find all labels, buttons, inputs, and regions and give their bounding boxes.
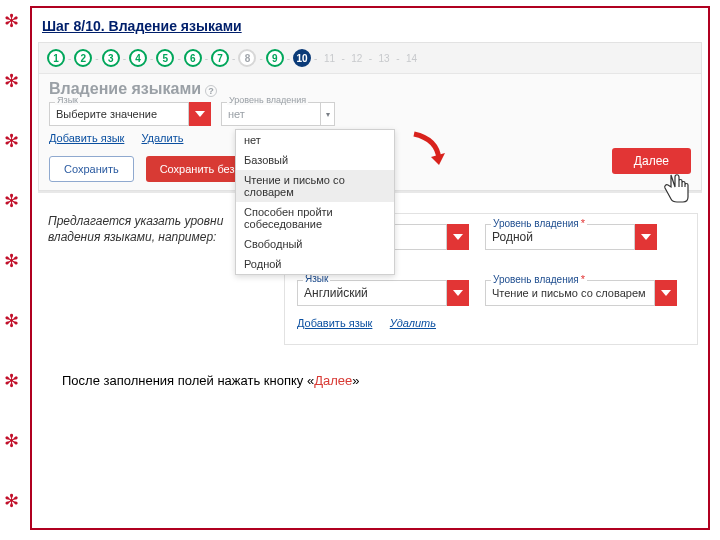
language-select[interactable]: Язык Выберите значение — [49, 102, 211, 126]
languages-panel: 1- 2- 3- 4- 5- 6- 7- 8- 9- 10- 11- 12- 1… — [38, 42, 702, 191]
step-13: 13 — [375, 49, 393, 67]
dropdown-option[interactable]: Родной — [236, 254, 394, 274]
caret-down-icon[interactable] — [189, 102, 211, 126]
step-1[interactable]: 1 — [47, 49, 65, 67]
level-value: нет — [221, 102, 321, 126]
dropdown-option[interactable]: Способен пройти собеседование — [236, 202, 394, 234]
step-8[interactable]: 8 — [238, 49, 256, 67]
delete-link[interactable]: Удалить — [390, 317, 436, 329]
footer-instruction: После заполнения полей нажать кнопку «Да… — [38, 373, 702, 388]
step-4[interactable]: 4 — [129, 49, 147, 67]
level-select[interactable]: Уровень владения нет ▾ — [221, 102, 335, 126]
instruction-note: Предлагается указать уровни владения язы… — [38, 213, 268, 345]
dropdown-option[interactable]: Чтение и письмо со словарем — [236, 170, 394, 202]
add-language-link[interactable]: Добавить язык — [49, 132, 124, 144]
add-language-link[interactable]: Добавить язык — [297, 317, 372, 329]
step-7[interactable]: 7 — [211, 49, 229, 67]
save-button[interactable]: Сохранить — [49, 156, 134, 182]
example-level-select-2[interactable]: Уровень владения* Чтение и письмо со сло… — [485, 280, 677, 306]
step-10[interactable]: 10 — [293, 49, 311, 67]
level-dropdown: нет Базовый Чтение и письмо со словарем … — [235, 129, 395, 275]
step-14: 14 — [402, 49, 420, 67]
step-12: 12 — [348, 49, 366, 67]
dropdown-option[interactable]: Свободный — [236, 234, 394, 254]
page-title: Шаг 8/10. Владение языками — [42, 18, 702, 34]
section-title: Владение языками? — [39, 74, 701, 102]
dropdown-option[interactable]: Базовый — [236, 150, 394, 170]
level-label: Уровень владения — [227, 95, 308, 105]
caret-down-icon[interactable] — [635, 224, 657, 250]
step-2[interactable]: 2 — [74, 49, 92, 67]
cursor-hand-icon — [659, 171, 695, 207]
caret-down-icon[interactable] — [447, 280, 469, 306]
example-level-select-1[interactable]: Уровень владения* Родной — [485, 224, 657, 250]
step-9[interactable]: 9 — [266, 49, 284, 67]
language-value: Выберите значение — [49, 102, 189, 126]
page-frame: Шаг 8/10. Владение языками 1- 2- 3- 4- 5… — [30, 6, 710, 530]
annotation-arrow-icon — [409, 131, 449, 171]
step-6[interactable]: 6 — [184, 49, 202, 67]
step-5[interactable]: 5 — [156, 49, 174, 67]
step-3[interactable]: 3 — [102, 49, 120, 67]
dropdown-option[interactable]: нет — [236, 130, 394, 150]
decorative-left-strip: ✻ ✻ ✻ ✻ ✻ ✻ ✻ ✻ ✻ — [0, 0, 28, 540]
delete-link[interactable]: Удалить — [141, 132, 183, 144]
example-language-select-2[interactable]: Язык Английский — [297, 280, 469, 306]
help-icon[interactable]: ? — [205, 85, 217, 97]
caret-down-icon[interactable] — [655, 280, 677, 306]
step-progress: 1- 2- 3- 4- 5- 6- 7- 8- 9- 10- 11- 12- 1… — [39, 43, 701, 74]
step-11: 11 — [320, 49, 338, 67]
language-label: Язык — [55, 95, 80, 105]
caret-down-icon[interactable] — [447, 224, 469, 250]
caret-down-icon[interactable]: ▾ — [321, 102, 335, 126]
